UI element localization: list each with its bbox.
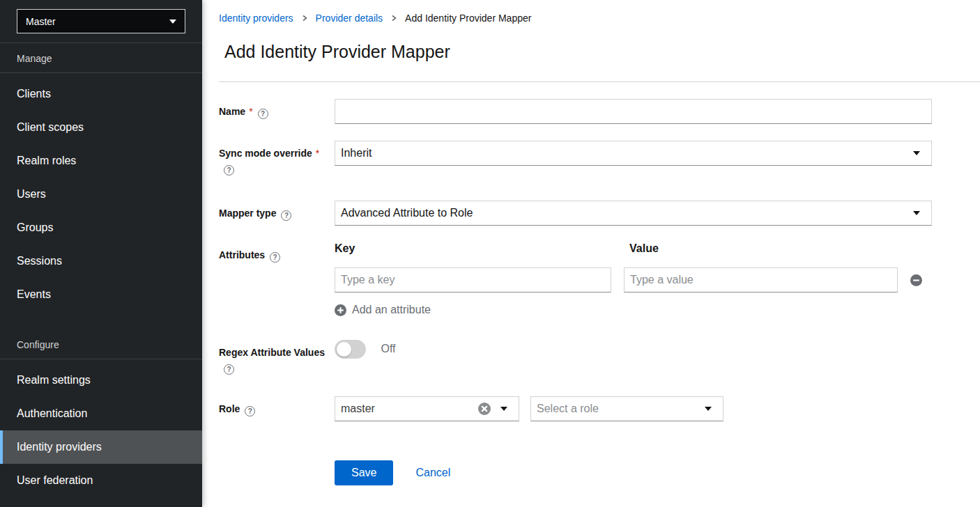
sidebar: Master Manage Clients Client scopes Real… [0, 0, 202, 507]
role-selected-value: master [341, 403, 375, 415]
sidebar-item-user-federation[interactable]: User federation [0, 464, 202, 497]
attribute-key-input[interactable] [335, 267, 611, 292]
help-icon[interactable]: ? [258, 109, 268, 119]
regex-label: Regex Attribute Values? [219, 340, 335, 375]
attributes-value-header: Value [629, 242, 898, 255]
help-icon[interactable]: ? [224, 364, 234, 375]
role-typeahead-select[interactable]: master [335, 396, 519, 421]
mapper-form: Name*? Sync mode override*? Inherit [219, 99, 980, 485]
toggle-knob [337, 342, 351, 357]
regex-row: Regex Attribute Values? Off [219, 340, 980, 375]
caret-down-icon [500, 407, 507, 411]
title-divider [219, 81, 980, 82]
regex-toggle[interactable] [335, 340, 366, 359]
role-row: Role? master Select [219, 396, 980, 421]
sync-mode-row: Sync mode override*? Inherit [219, 141, 980, 176]
required-asterisk: * [249, 106, 252, 117]
nav-list-configure: Realm settings Authentication Identity p… [0, 359, 202, 501]
help-icon[interactable]: ? [281, 210, 291, 221]
sidebar-item-client-scopes[interactable]: Client scopes [0, 111, 202, 144]
mapper-type-label: Mapper type? [219, 201, 335, 221]
page-title: Add Identity Provider Mapper [224, 42, 980, 62]
plus-circle-icon [335, 304, 346, 316]
add-attribute-button[interactable]: Add an attribute [335, 304, 431, 316]
caret-down-icon [913, 151, 920, 155]
attributes-row: Attributes? Key Value [219, 242, 980, 319]
nav-group-configure: Configure Realm settings Authentication … [0, 329, 202, 501]
nav-group-title-configure: Configure [0, 329, 202, 359]
name-row: Name*? [219, 99, 980, 124]
caret-down-icon [705, 407, 712, 411]
realm-selector-label: Master [26, 16, 56, 27]
realm-selector-block: Master [0, 0, 202, 43]
attributes-grid: Key Value [335, 242, 980, 292]
minus-circle-icon [910, 274, 922, 286]
chevron-right-icon [301, 14, 308, 22]
sync-mode-label: Sync mode override*? [219, 141, 335, 176]
sidebar-item-users[interactable]: Users [0, 178, 202, 211]
sidebar-item-identity-providers[interactable]: Identity providers [0, 430, 202, 464]
clear-selection-icon[interactable] [478, 403, 491, 415]
nav-group-manage: Manage Clients Client scopes Realm roles… [0, 43, 202, 315]
chevron-right-icon [390, 14, 397, 22]
mapper-type-row: Mapper type? Advanced Attribute to Role [219, 201, 980, 226]
nav-group-title-manage: Manage [0, 43, 202, 73]
sync-mode-selected-value: Inherit [341, 147, 372, 159]
role-label: Role? [219, 396, 335, 416]
regex-toggle-state: Off [381, 343, 395, 354]
sidebar-item-realm-settings[interactable]: Realm settings [0, 364, 202, 397]
name-input[interactable] [335, 99, 932, 124]
remove-attribute-button[interactable] [910, 274, 927, 286]
mapper-type-select[interactable]: Advanced Attribute to Role [335, 201, 932, 226]
sidebar-item-realm-roles[interactable]: Realm roles [0, 144, 202, 178]
role-select-placeholder: Select a role [537, 403, 599, 415]
required-asterisk: * [316, 148, 319, 159]
caret-down-icon [913, 211, 920, 215]
add-attribute-label: Add an attribute [352, 304, 431, 316]
sync-mode-select[interactable]: Inherit [335, 141, 932, 166]
actions-row: Save Cancel [219, 460, 980, 485]
app-window: Master Manage Clients Client scopes Real… [0, 0, 980, 507]
breadcrumb-current: Add Identity Provider Mapper [405, 13, 531, 24]
caret-down-icon [169, 20, 176, 24]
breadcrumb: Identity providers Provider details Add … [219, 13, 980, 24]
sidebar-item-authentication[interactable]: Authentication [0, 397, 202, 430]
sidebar-item-groups[interactable]: Groups [0, 211, 202, 244]
attributes-key-header: Key [335, 242, 611, 255]
attributes-label: Attributes? [219, 242, 335, 263]
help-icon[interactable]: ? [270, 252, 280, 263]
mapper-type-selected-value: Advanced Attribute to Role [341, 207, 473, 219]
realm-selector[interactable]: Master [17, 9, 185, 33]
cancel-link[interactable]: Cancel [415, 467, 450, 479]
role-select[interactable]: Select a role [530, 396, 723, 421]
nav-list-manage: Clients Client scopes Realm roles Users … [0, 73, 202, 315]
breadcrumb-link-provider-details[interactable]: Provider details [316, 13, 383, 24]
attribute-value-input[interactable] [624, 267, 898, 292]
sidebar-item-events[interactable]: Events [0, 278, 202, 311]
breadcrumb-link-identity-providers[interactable]: Identity providers [219, 13, 293, 24]
save-button[interactable]: Save [335, 460, 393, 485]
sidebar-item-sessions[interactable]: Sessions [0, 244, 202, 278]
name-label: Name*? [219, 99, 335, 119]
main-content: Identity providers Provider details Add … [202, 0, 980, 507]
help-icon[interactable]: ? [245, 406, 255, 416]
sidebar-item-clients[interactable]: Clients [0, 77, 202, 111]
help-icon[interactable]: ? [224, 165, 234, 176]
